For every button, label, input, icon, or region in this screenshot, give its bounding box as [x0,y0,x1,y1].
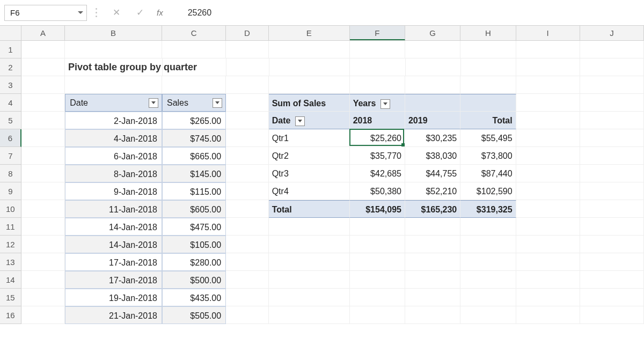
cell[interactable] [21,306,65,324]
cell[interactable] [21,94,65,112]
cell[interactable] [350,271,405,289]
cell[interactable] [226,58,269,76]
cell[interactable] [516,165,580,182]
cell[interactable] [350,289,405,306]
cell[interactable] [21,200,65,218]
pivot-row-label[interactable]: Qtr1 [269,129,350,147]
cell[interactable] [580,112,644,129]
cell[interactable] [21,165,65,182]
spreadsheet-grid[interactable]: A B C D E F G H I J 1 2 Pivot table grou… [0,26,644,324]
table-cell[interactable]: $475.00 [162,218,226,236]
pivot-value-cell[interactable]: $52,210 [405,182,460,200]
col-header-c[interactable]: C [162,26,226,40]
row-header-7[interactable]: 7 [0,147,21,165]
table-cell[interactable]: $115.00 [162,182,226,200]
cell[interactable] [226,306,269,324]
cell[interactable] [21,41,65,58]
cell[interactable] [162,76,226,94]
cell[interactable] [226,200,269,218]
pivot-value-cell[interactable]: $102,590 [460,182,516,200]
row-header-15[interactable]: 15 [0,289,21,306]
cell[interactable] [21,58,65,76]
cell[interactable] [516,253,580,271]
cell[interactable] [21,253,65,271]
filter-dropdown[interactable] [295,116,305,126]
pivot-total-label[interactable]: Total [269,200,350,218]
table-cell[interactable]: 4-Jan-2018 [65,129,162,147]
cell[interactable] [580,236,644,253]
filter-dropdown[interactable] [380,99,390,109]
pivot-measure-label[interactable]: Sum of Sales [269,94,350,112]
cell[interactable] [460,76,516,94]
cell[interactable] [350,236,405,253]
pivot-cols-label[interactable]: Years [350,94,405,112]
cell[interactable] [516,306,580,324]
cell[interactable] [516,182,580,200]
cell[interactable] [460,236,516,253]
cell[interactable] [460,94,516,112]
cell[interactable] [350,41,405,58]
cell[interactable] [65,41,162,58]
row-header-13[interactable]: 13 [0,253,21,271]
col-header-i[interactable]: I [516,26,580,40]
pivot-value-cell[interactable]: $25,260 [350,129,405,147]
cell[interactable] [21,218,65,236]
cell[interactable] [21,182,65,200]
cell[interactable] [226,271,269,289]
table-cell[interactable]: $145.00 [162,165,226,182]
cell[interactable] [580,76,644,94]
cell[interactable] [516,129,580,147]
cell[interactable] [460,271,516,289]
cell[interactable] [350,76,405,94]
cell[interactable] [580,289,644,306]
cell[interactable] [405,236,460,253]
cell[interactable] [269,58,350,76]
table-header-sales[interactable]: Sales [162,94,226,112]
cell[interactable] [21,289,65,306]
cell[interactable] [516,58,580,76]
cell[interactable] [21,271,65,289]
table-cell[interactable]: $505.00 [162,306,226,324]
pivot-value-cell[interactable]: $87,440 [460,165,516,182]
cell[interactable] [226,129,269,147]
cell[interactable] [580,218,644,236]
filter-dropdown[interactable] [149,98,158,108]
cell[interactable] [405,289,460,306]
cell[interactable] [269,271,350,289]
cell[interactable] [580,129,644,147]
pivot-value-cell[interactable]: $73,800 [460,147,516,165]
row-header-16[interactable]: 16 [0,306,21,324]
table-cell[interactable]: 17-Jan-2018 [65,271,162,289]
col-header-e[interactable]: E [269,26,350,40]
cell[interactable] [580,165,644,182]
row-header-2[interactable]: 2 [0,58,21,76]
cell[interactable] [406,58,461,76]
cell[interactable] [269,289,350,306]
cell[interactable] [226,253,269,271]
cell[interactable] [516,112,580,129]
cell[interactable] [269,236,350,253]
cell[interactable] [21,129,65,147]
page-title[interactable]: Pivot table group by quarter [65,58,163,76]
cell[interactable] [405,41,460,58]
table-cell[interactable]: 19-Jan-2018 [65,289,162,306]
cell[interactable] [269,218,350,236]
name-box[interactable]: F6 [4,5,87,21]
cell[interactable] [580,182,644,200]
cell[interactable] [226,182,269,200]
pivot-row-label[interactable]: Qtr2 [269,147,350,165]
cell[interactable] [580,41,644,58]
cell[interactable] [516,289,580,306]
cell[interactable] [580,271,644,289]
table-cell[interactable]: $745.00 [162,129,226,147]
cell[interactable] [226,218,269,236]
table-cell[interactable]: 14-Jan-2018 [65,218,162,236]
cell[interactable] [580,306,644,324]
cell[interactable] [405,253,460,271]
col-header-a[interactable]: A [21,26,65,40]
row-header-9[interactable]: 9 [0,182,21,200]
col-header-j[interactable]: J [580,26,644,40]
table-cell[interactable]: 6-Jan-2018 [65,147,162,165]
pivot-col-header[interactable]: Total [460,112,516,129]
row-header-14[interactable]: 14 [0,271,21,289]
